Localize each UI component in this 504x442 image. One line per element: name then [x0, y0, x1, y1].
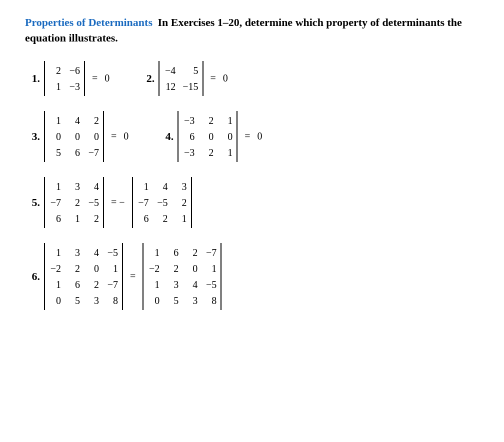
matrix-cell: 1 [137, 179, 149, 194]
matrix: 134−5−2201162−70538 [44, 243, 123, 310]
matrix-cell: −2 [148, 261, 160, 276]
matrix-cell: 1 [49, 245, 61, 260]
exercise-item: 6.134−5−2201162−70538 = 162−7−2201134−50… [25, 243, 222, 310]
exercise-item: 2.−4512−15 = 0 [140, 61, 228, 96]
matrix: 143−7−52621 [132, 177, 192, 228]
result-value: 0 [104, 72, 110, 84]
matrix-cell: 2 [202, 145, 214, 160]
matrix-cell: 3 [68, 179, 80, 194]
matrix: 162−7−2201134−50538 [142, 243, 222, 310]
matrix-cell: 6 [166, 245, 178, 260]
matrix-cell: 1 [220, 145, 232, 160]
matrix-cell: 2 [68, 261, 80, 276]
exercise-item: 4.−321600−321 = 0 [158, 111, 262, 162]
exercise-item: 5.134−72−5612 = − 143−7−52621 [25, 177, 192, 228]
exercise-row-1-2: 1.2−61−3 = 02.−4512−15 = 0 [25, 61, 479, 96]
exercise-row-3-4: 3.14200056−7 = 04.−321600−321 = 0 [25, 111, 479, 162]
matrix-cell: 0 [49, 129, 61, 144]
matrix-cell: −5 [87, 195, 99, 210]
matrix-cell: 1 [175, 211, 187, 226]
exercise-number: 5. [25, 196, 40, 209]
matrix-cell: 3 [166, 277, 178, 292]
matrix-cell: 2 [87, 113, 99, 128]
matrix-cell: 4 [68, 113, 80, 128]
matrix-cell: 6 [49, 211, 61, 226]
matrix-cell: 3 [186, 293, 198, 308]
exercise-number: 1. [25, 72, 40, 85]
result-value: 0 [124, 130, 128, 142]
matrix-cell: 2 [68, 195, 80, 210]
matrix-cell: −3 [182, 113, 194, 128]
matrix-cell: 3 [68, 245, 80, 260]
matrix-cell: 1 [106, 261, 118, 276]
page-header: Properties of Determinants In Exercises … [25, 15, 479, 46]
matrix-cell: −7 [137, 195, 149, 210]
matrix-cell: 1 [204, 261, 216, 276]
matrix-cell: −3 [68, 79, 80, 94]
matrix-cell: 0 [49, 293, 61, 308]
matrix-cell: −7 [49, 195, 61, 210]
exercise-number: 6. [25, 270, 40, 283]
matrix-cell: −5 [204, 277, 216, 292]
matrix-cell: −5 [106, 245, 118, 260]
matrix-cell: 6 [137, 211, 149, 226]
matrix-cell: 3 [87, 293, 99, 308]
matrix: −321600−321 [178, 111, 238, 162]
exercise-item: 1.2−61−3 = 0 [25, 61, 110, 96]
matrix-cell: 6 [68, 277, 80, 292]
matrix-cell: 1 [49, 79, 61, 94]
result-value: 0 [258, 130, 262, 142]
equals-sign: = [111, 130, 116, 142]
exercise-item: 3.14200056−7 = 0 [25, 111, 128, 162]
matrix-cell: −4 [164, 63, 176, 78]
matrix-cell: −7 [204, 245, 216, 260]
matrix: −4512−15 [158, 61, 203, 96]
equals-neg-sign: = − [111, 196, 125, 208]
matrix-cell: 8 [204, 293, 216, 308]
matrix-cell: 6 [182, 129, 194, 144]
matrix-cell: −3 [182, 145, 194, 160]
exercise-number: 2. [140, 72, 154, 85]
matrix-cell: 4 [186, 277, 198, 292]
matrix-cell: −15 [182, 79, 198, 94]
matrix-cell: 1 [220, 113, 232, 128]
matrix-cell: 0 [148, 293, 160, 308]
matrix-cell: 2 [186, 245, 198, 260]
matrix-cell: 8 [106, 293, 118, 308]
matrix-cell: 5 [49, 145, 61, 160]
matrix-cell: −2 [49, 261, 61, 276]
matrix-cell: −7 [87, 145, 99, 160]
exercise-row-5: 5.134−72−5612 = − 143−7−52621 [25, 177, 479, 228]
matrix-cell: 0 [87, 261, 99, 276]
matrix-cell: 1 [148, 245, 160, 260]
matrix-cell: 2 [49, 63, 61, 78]
matrix-cell: −7 [106, 277, 118, 292]
matrix-cell: 1 [49, 277, 61, 292]
section-title: Properties of Determinants [25, 16, 152, 28]
matrix: 14200056−7 [44, 111, 104, 162]
matrix-cell: 5 [186, 63, 198, 78]
matrix: 134−72−5612 [44, 177, 104, 228]
matrix-cell: 0 [202, 129, 214, 144]
exercise-number: 4. [158, 130, 174, 143]
exercise-number: 3. [25, 130, 40, 143]
matrix-cell: −6 [68, 63, 80, 78]
equals-sign: = [92, 72, 98, 84]
exercises-container: 1.2−61−3 = 02.−4512−15 = 03.14200056−7 =… [25, 61, 479, 310]
matrix: 2−61−3 [44, 61, 85, 96]
matrix-cell: 4 [87, 245, 99, 260]
matrix-cell: 0 [68, 129, 80, 144]
matrix-cell: 5 [166, 293, 178, 308]
matrix-cell: 6 [68, 145, 80, 160]
matrix-cell: 2 [87, 277, 99, 292]
matrix-cell: 2 [202, 113, 214, 128]
result-value: 0 [223, 72, 228, 84]
matrix-cell: 12 [164, 79, 176, 94]
matrix-cell: 1 [148, 277, 160, 292]
matrix-cell: 2 [175, 195, 187, 210]
matrix-cell: 0 [220, 129, 232, 144]
matrix-cell: 1 [49, 113, 61, 128]
matrix-cell: 4 [156, 179, 168, 194]
equals-sign: = [244, 130, 250, 142]
matrix-cell: 4 [87, 179, 99, 194]
